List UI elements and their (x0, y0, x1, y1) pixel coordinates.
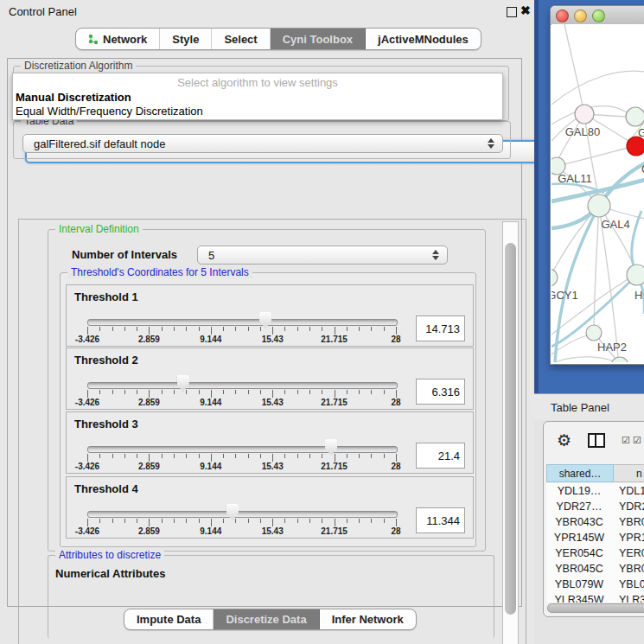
table-rows[interactable]: YDL19…YDL1YDR27…YDR2YBR043CYBR0YPR145WYP… (546, 483, 644, 603)
checkbox-icon[interactable]: ☑ (622, 435, 630, 446)
table-panel-titlebar: Table Panel (534, 393, 644, 420)
tab-infer-network[interactable]: Infer Network (320, 609, 416, 629)
gear-icon[interactable]: ⚙ (557, 431, 571, 450)
slider-track[interactable] (87, 511, 398, 518)
table-data-combobox[interactable]: galFiltered.sif default node (22, 134, 503, 153)
zoom-traffic-light-icon[interactable] (592, 10, 605, 22)
slider-track[interactable] (87, 319, 398, 326)
tab-style[interactable]: Style (160, 29, 212, 49)
desktop-edge (534, 0, 539, 393)
tick-label: 28 (391, 526, 400, 536)
slider-tick-labels: -3.4262.8599.14415.4321.71528 (87, 398, 396, 408)
tick-label: -3.426 (75, 462, 99, 471)
settings-scrollbar[interactable] (502, 221, 519, 644)
tab-jactivemnodules[interactable]: jActiveMNodules (366, 29, 481, 49)
slider-tick (297, 519, 298, 523)
threshold-value-field[interactable]: 14.713 (416, 316, 465, 341)
top-tab-bar: Network Style Select Cyni Toolbox jActiv… (75, 28, 481, 50)
checkbox-icon[interactable]: ☑ (633, 435, 641, 446)
slider-tick (87, 390, 88, 398)
table-row[interactable]: YBL079WYBL0 (546, 577, 644, 592)
tab-impute-data[interactable]: Impute Data (124, 609, 214, 629)
table-row[interactable]: YPR145WYPR1 (546, 530, 644, 545)
interval-group-title: Interval Definition (55, 223, 143, 235)
slider-tick (223, 390, 224, 394)
slider-tick (87, 454, 88, 462)
node-gal4[interactable] (588, 194, 610, 217)
slider-track[interactable] (87, 382, 398, 389)
tab-select[interactable]: Select (212, 29, 270, 49)
node-ga[interactable] (626, 107, 644, 126)
close-icon[interactable]: ✖ (520, 3, 531, 17)
slider-tick (211, 390, 212, 398)
slider-tick (284, 390, 285, 394)
node-hap2[interactable] (586, 325, 602, 341)
column-header-shared-name[interactable]: shared… (546, 464, 614, 482)
num-intervals-combobox[interactable]: 5 (197, 245, 448, 265)
algorithm-option-manual[interactable]: Manual Discretization (16, 91, 131, 104)
slider-tick (235, 454, 236, 458)
table-row[interactable]: YDL19…YDL1 (546, 483, 644, 499)
table-row[interactable]: YBR045CYBR0 (546, 561, 644, 577)
table-row[interactable]: YLR345WYLR3 (546, 592, 644, 603)
slider-tick (186, 519, 187, 523)
slider-tick (322, 390, 322, 394)
network-window-titlebar[interactable] (551, 6, 644, 25)
slider-tick (162, 390, 163, 394)
slider-track[interactable] (87, 446, 398, 453)
minimize-traffic-light-icon[interactable] (574, 10, 587, 22)
table-row[interactable]: YER054CYER0 (546, 545, 644, 561)
float-window-icon[interactable] (507, 7, 517, 17)
slider-tick-labels: -3.4262.8599.14415.4321.71528 (87, 462, 396, 472)
node-gal80[interactable] (575, 105, 594, 124)
slider-tick (99, 454, 100, 458)
columns-icon[interactable] (588, 433, 605, 448)
slider-tick (124, 519, 125, 523)
network-window: GAL80 GA C GAL11 GAL4 GCY1 H HAP2 (550, 5, 644, 365)
tick-label: 21.715 (321, 526, 348, 536)
slider-tick (235, 327, 236, 331)
node-selected-red[interactable] (627, 137, 644, 156)
close-traffic-light-icon[interactable] (556, 10, 569, 22)
table-row[interactable]: YBR043CYBR0 (546, 514, 644, 530)
numerical-attributes-label: Numerical Attributes (55, 567, 165, 580)
tick-label: -3.426 (75, 398, 99, 407)
attributes-group-title: Attributes to discretize (55, 549, 164, 561)
slider-tick (309, 519, 310, 523)
slider-tick (260, 454, 261, 458)
threshold-value-field[interactable]: 6.316 (416, 379, 465, 405)
slider-tick (137, 390, 137, 394)
network-canvas[interactable]: GAL80 GA C GAL11 GAL4 GCY1 H HAP2 (552, 24, 644, 362)
cyni-toolbox-panel: Discretization Algorithm Table Data galF… (7, 58, 522, 607)
tab-cyni-toolbox[interactable]: Cyni Toolbox (271, 29, 366, 49)
node-gcy1[interactable] (552, 269, 558, 286)
column-header-name[interactable]: n (614, 464, 644, 482)
node-partial-bottom[interactable] (611, 357, 628, 362)
label-hap2: HAP2 (597, 341, 627, 354)
tab-discretize-data[interactable]: Discretize Data (214, 609, 319, 629)
slider-tick (384, 327, 385, 331)
slider-tick (284, 327, 285, 331)
algorithm-placeholder-item[interactable]: Select algorithm to view settings (13, 76, 502, 89)
slider-tick (199, 454, 200, 458)
algorithm-option-equal-width[interactable]: Equal Width/Frequency Discretization (16, 105, 203, 118)
slider-tick (149, 454, 150, 462)
threshold-value-field[interactable]: 21.4 (416, 443, 465, 469)
node-h[interactable] (627, 265, 644, 285)
tick-label: 9.144 (200, 526, 221, 536)
slider-tick (112, 390, 113, 394)
label-gal4: GAL4 (601, 218, 629, 231)
tick-label: 15.43 (262, 462, 284, 471)
table-horizontal-scrollbar[interactable] (547, 603, 644, 613)
slider-tick (149, 327, 150, 335)
threshold-value-field[interactable]: 11.344 (416, 507, 465, 533)
tab-impute-data-label: Impute Data (137, 613, 201, 626)
slider-tick (347, 327, 348, 331)
cell-name: YPR1 (612, 532, 644, 544)
cell-name: YLR3 (612, 594, 644, 603)
slider-tick (335, 519, 335, 526)
settings-scrollbar-thumb[interactable] (505, 243, 516, 615)
threshold-label: Threshold 2 (74, 354, 138, 367)
tab-network[interactable]: Network (76, 29, 160, 49)
table-row[interactable]: YDR27…YDR2 (546, 499, 644, 514)
